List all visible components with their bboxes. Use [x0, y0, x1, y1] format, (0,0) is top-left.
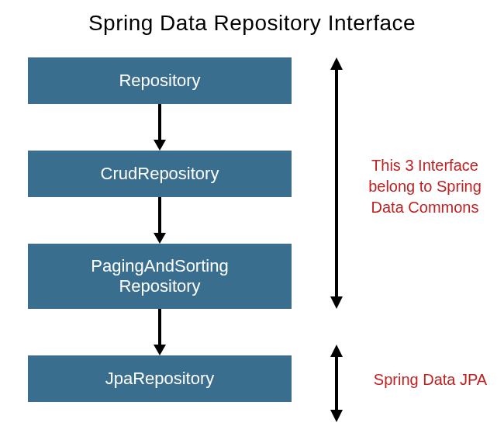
- arrow-down-icon: [152, 309, 167, 355]
- svg-marker-1: [154, 140, 166, 151]
- box-paging-and-sorting-repository: PagingAndSorting Repository: [28, 244, 292, 309]
- arrow-down-icon: [152, 104, 167, 151]
- svg-marker-7: [330, 57, 343, 70]
- box-label: CrudRepository: [101, 164, 219, 184]
- box-crud-repository: CrudRepository: [28, 151, 292, 197]
- svg-marker-3: [154, 233, 166, 244]
- box-jpa-repository: JpaRepository: [28, 355, 292, 402]
- svg-marker-11: [330, 410, 343, 422]
- box-label: PagingAndSorting Repository: [91, 256, 228, 297]
- box-label: JpaRepository: [105, 369, 215, 389]
- double-arrow-icon: [327, 57, 346, 309]
- double-arrow-icon: [327, 345, 346, 422]
- diagram-title: Spring Data Repository Interface: [0, 11, 504, 36]
- svg-marker-10: [330, 345, 343, 357]
- box-label: Repository: [119, 71, 200, 91]
- svg-marker-8: [330, 296, 343, 309]
- box-repository: Repository: [28, 57, 292, 104]
- arrow-down-icon: [152, 197, 167, 244]
- svg-marker-5: [154, 345, 166, 355]
- annotation-spring-data-commons: This 3 Interface belong to Spring Data C…: [354, 155, 496, 218]
- annotation-spring-data-jpa: Spring Data JPA: [364, 369, 496, 390]
